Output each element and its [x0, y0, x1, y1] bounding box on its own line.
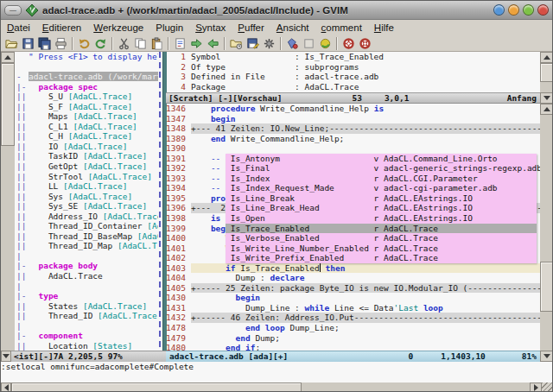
taglist-row[interactable]: || Sys [AdaCL.Trace]	[15, 192, 158, 202]
preview-scroll-down-arrow[interactable]	[540, 92, 553, 104]
code-line[interactable]: 1347 begin	[166, 114, 540, 124]
taglist-scrollbar-thumb[interactable]	[1, 63, 15, 146]
menu-comment[interactable]: comment	[315, 22, 368, 34]
close-red-button[interactable]	[537, 4, 549, 16]
completion-item[interactable]: Is_Write_Line_Number_Enabled r AdaCL.Tra…	[226, 243, 537, 254]
cut-icon[interactable]	[116, 36, 132, 51]
taglist-row[interactable]: || Thread_ID [AdaCL.Trace]	[15, 311, 158, 321]
taglist-row[interactable]: || S_U [AdaCL.Trace]	[15, 92, 158, 102]
completion-item[interactable]: Is_Write_Prefix_Enabled r AdaCL.Trace	[226, 253, 537, 263]
folded-line[interactable]: 1432+------ 46 Zeilen: Address_IO.Put---…	[166, 313, 540, 323]
completion-item[interactable]: Is_Verbose_Enabled r AdaCL.Trace	[226, 233, 537, 243]
taglist-row[interactable]: || LL [AdaCL.Trace]	[15, 181, 158, 192]
hscroll-right-arrow[interactable]	[530, 383, 542, 392]
window-menu-button[interactable]: —	[4, 5, 22, 16]
save-session-icon[interactable]	[245, 36, 261, 51]
tag-jump-icon[interactable]	[340, 36, 357, 51]
completion-item[interactable]: Is_Index r AdaCL.CGI.Parameter	[226, 174, 537, 184]
menu-datei[interactable]: Datei	[1, 22, 36, 34]
code-line[interactable]: 1404 Dump : declare	[166, 273, 540, 283]
find-next-icon[interactable]	[188, 36, 205, 51]
editor-scrollbars[interactable]	[540, 52, 553, 351]
code-line[interactable]: 1430 begin	[166, 293, 540, 303]
maximize-orange-button[interactable]	[508, 4, 519, 16]
code-line[interactable]: 1479 end Dump;	[166, 333, 540, 344]
menu-puffer[interactable]: Puffer	[232, 22, 270, 34]
menu-plugin[interactable]: Plugin	[149, 22, 189, 34]
restore-green-button[interactable]	[523, 4, 534, 16]
completion-item[interactable]: Is_Index_Request_Made v adacl-cgi-parame…	[226, 183, 537, 193]
code-line[interactable]: 1346 procedure Write_Commandline_Help is	[166, 104, 540, 114]
completion-item[interactable]: Is_Line_Break_Head r AdaCL.EAstrings.IO	[226, 203, 537, 213]
code-line[interactable]: 1389 end Write_Commandline_Help;	[166, 134, 540, 144]
folded-line[interactable]: 1348+--- 41 Zeilen: IO.New_Line;--------…	[166, 123, 540, 134]
completion-item-selected[interactable]: Is_Trace_Enabled r AdaCL.Trace	[226, 224, 537, 234]
preview-scroll-up-arrow[interactable]	[540, 52, 553, 63]
redo-icon[interactable]	[92, 36, 109, 51]
preview-window[interactable]: 1Symbol : Is_Trace_Enabled2Of type : sub…	[166, 52, 540, 92]
taglist-row[interactable]: || AdaCL.Trace	[15, 271, 158, 281]
taglist-row[interactable]: || Thread_ID_Container [Ada	[15, 221, 158, 231]
make-icon[interactable]	[284, 36, 301, 51]
taglist-row[interactable]: || C_L1 [AdaCL.Trace]	[15, 122, 158, 132]
code-scroll-up-arrow[interactable]	[540, 104, 553, 115]
taglist-row[interactable]: || StrTool [AdaCL.Trace]	[15, 172, 158, 182]
code-line[interactable]: 1390	[166, 143, 540, 154]
completion-item[interactable]: Is_Final v adacl-generic_strings-regexp.…	[226, 163, 537, 174]
taglist-row[interactable]: || Thread_ID_Map [AdaCL.Tra	[15, 241, 158, 251]
code-window[interactable]: 1346 procedure Write_Commandline_Help is…	[166, 104, 540, 351]
taglist-row[interactable]: || Address_IO [AdaCL.Trace]	[15, 212, 158, 222]
code-line[interactable]: 1431 Dump_Line : while Line <= Data'Last…	[166, 303, 540, 313]
taglist-section-header[interactable]: |- package body	[15, 261, 158, 271]
code-line[interactable]: 1478 end loop Dump_Line;	[166, 323, 540, 333]
load-session-icon[interactable]	[228, 36, 245, 51]
menu-werkzeuge[interactable]: Werkzeuge	[87, 22, 149, 34]
cursor-line[interactable]: 1403 if Is_Trace_Enabled then	[166, 263, 540, 274]
help-icon[interactable]	[357, 36, 373, 51]
save-all-icon[interactable]	[36, 36, 53, 51]
taglist-row[interactable]: || States [AdaCL.Trace]	[15, 301, 158, 312]
hscroll-thumb[interactable]	[11, 383, 302, 392]
copy-icon[interactable]	[132, 36, 149, 51]
menu-editieren[interactable]: Editieren	[36, 22, 87, 34]
taglist-row[interactable]: || Thread_ID_BaseMap [AdaCL	[15, 231, 158, 242]
taglist-row[interactable]: || Maps [AdaCL.Trace]	[15, 111, 158, 122]
menu-syntax[interactable]: Syntax	[189, 22, 232, 34]
taglist-row[interactable]: || TaskID [AdaCL.Trace]	[15, 151, 158, 161]
find-replace-icon[interactable]	[172, 36, 188, 51]
taglist-row[interactable]: || Sys_SE [AdaCL.Trace]	[15, 201, 158, 212]
code-scroll-down-arrow[interactable]	[540, 351, 553, 362]
taglist-sidebar[interactable]: " Press <F1> to display help -adacl-trac…	[15, 52, 158, 351]
taglist-row[interactable]: || IO [AdaCL.Trace]	[15, 142, 158, 152]
completion-item[interactable]: Is_Antonym v AdaCL.Command_Line.Orto	[226, 154, 537, 164]
preview-scrollbar-thumb[interactable]	[540, 63, 553, 82]
taglist-scroll-down-arrow[interactable]	[1, 351, 11, 362]
taglist-row[interactable]: || C_H [AdaCL.Trace]	[15, 131, 158, 142]
resize-grip[interactable]	[542, 383, 553, 392]
title-bar[interactable]: — adacl-trace.adb + (/work/martin/adacl_…	[1, 1, 553, 20]
completion-popup[interactable]: Is_Antonym v AdaCL.Command_Line.Orto Is_…	[226, 154, 537, 263]
undo-icon[interactable]	[76, 36, 92, 51]
save-icon[interactable]	[20, 36, 36, 51]
print-icon[interactable]	[53, 36, 69, 51]
completion-item[interactable]: Is_Open r AdaCL.EAstrings.IO	[226, 213, 537, 224]
folded-line[interactable]: 1405+----- 25 Zeilen: package Byte_IO is…	[166, 283, 540, 294]
run-ctags-icon[interactable]	[317, 36, 334, 51]
taglist-row[interactable]: || Location [States]	[15, 341, 158, 351]
taglist-current-file[interactable]: -adacl-trace.adb (/work/marti	[15, 72, 158, 82]
taglist-row[interactable]: || GetOpt [AdaCL.Trace]	[15, 161, 158, 172]
hscroll-left-arrow[interactable]	[1, 383, 11, 392]
shell-icon[interactable]	[301, 36, 317, 51]
find-prev-icon[interactable]	[205, 36, 221, 51]
code-line[interactable]: 1480 end if;	[166, 343, 540, 351]
code-scrollbar-thumb[interactable]	[540, 262, 553, 312]
menu-hilfe[interactable]: Hilfe	[368, 22, 400, 34]
taglist-scroll-up-arrow[interactable]	[1, 52, 15, 63]
taglist-section-header[interactable]: |- component	[15, 331, 158, 341]
taglist-row[interactable]: || S_F [AdaCL.Trace]	[15, 102, 158, 112]
horizontal-scrollbar[interactable]	[1, 383, 553, 392]
open-icon[interactable]	[3, 36, 20, 51]
completion-item[interactable]: Is_Line_Break r AdaCL.EAstrings.IO	[226, 193, 537, 204]
menu-ansicht[interactable]: Ansicht	[270, 22, 315, 34]
minimize-blue-button[interactable]	[493, 4, 505, 16]
